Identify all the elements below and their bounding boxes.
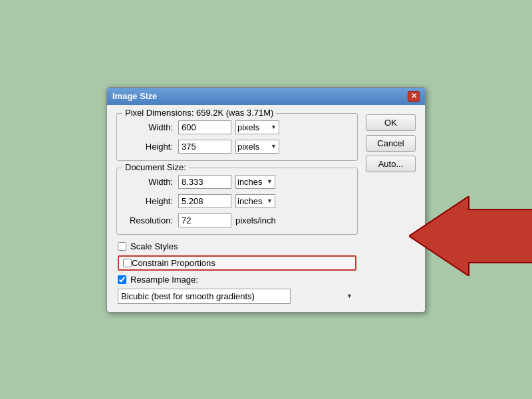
pixel-width-unit-wrapper: pixels percent [235,120,279,134]
doc-width-unit-select[interactable]: inches cm mm pixels [235,175,275,189]
title-bar: Image Size ✕ [107,88,425,105]
doc-height-row: Height: inches cm mm pixels [125,194,349,208]
resample-select-row: Bicubic (best for smooth gradients) Bili… [118,289,356,304]
svg-marker-0 [409,196,532,276]
auto-button[interactable]: Auto... [366,156,416,172]
pixel-height-input[interactable] [178,140,231,154]
dialog-body: Pixel Dimensions: 659.2K (was 3.71M) Wid… [107,105,425,312]
dialog-buttons: OK Cancel Auto... [366,113,416,304]
resolution-input[interactable] [178,213,231,227]
doc-width-unit-wrapper: inches cm mm pixels [235,175,275,189]
resample-select-wrapper: Bicubic (best for smooth gradients) Bili… [118,289,356,304]
resample-method-select[interactable]: Bicubic (best for smooth gradients) Bili… [118,289,291,304]
pixel-width-unit: pixels percent [235,120,279,134]
document-size-label: Document Size: [122,162,189,172]
image-size-dialog: Image Size ✕ Pixel Dimensions: 659.2K (w… [106,87,426,313]
doc-height-input[interactable] [178,194,231,208]
dialog-main: Pixel Dimensions: 659.2K (was 3.71M) Wid… [116,113,358,304]
red-arrow-overlay [409,196,532,276]
doc-width-row: Width: inches cm mm pixels [125,175,349,189]
cancel-button[interactable]: Cancel [366,135,416,152]
resample-image-checkbox[interactable] [118,275,126,284]
dialog-title: Image Size [112,91,157,101]
doc-width-unit: inches cm mm pixels [235,175,275,189]
pixel-height-label: Height: [125,142,178,152]
doc-height-unit-select[interactable]: inches cm mm pixels [235,194,275,208]
pixel-height-unit-wrapper: pixels percent [235,140,279,154]
constrain-proportions-label: Constrain Proportions [132,258,215,268]
close-button[interactable]: ✕ [408,91,420,102]
ok-button[interactable]: OK [366,114,416,131]
scale-styles-checkbox[interactable] [118,242,126,251]
bottom-section: Scale Styles Constrain Proportions Resam… [116,241,358,304]
doc-width-label: Width: [125,177,178,187]
pixel-height-unit: pixels percent [235,140,279,154]
constrain-proportions-checkbox[interactable] [123,259,132,267]
doc-height-unit-wrapper: inches cm mm pixels [235,194,275,208]
pixel-height-row: Height: pixels percent [125,140,349,154]
resolution-row: Resolution: pixels/inch [125,213,349,227]
scale-styles-row: Scale Styles [118,241,356,251]
pixel-height-unit-select[interactable]: pixels percent [235,140,279,154]
doc-height-label: Height: [125,196,178,206]
pixel-dimensions-label: Pixel Dimensions: 659.2K (was 3.71M) [122,108,276,118]
scale-styles-label: Scale Styles [130,241,178,251]
pixel-width-label: Width: [125,122,178,132]
resolution-label: Resolution: [125,215,178,225]
resample-image-row: Resample Image: [118,275,356,285]
resample-image-label: Resample Image: [130,275,198,285]
doc-width-input[interactable] [178,175,231,189]
pixel-width-unit-select[interactable]: pixels percent [235,120,279,134]
resolution-unit: pixels/inch [235,215,276,225]
constrain-proportions-row: Constrain Proportions [118,255,356,271]
pixel-width-input[interactable] [178,120,231,134]
document-size-group: Document Size: Width: inches cm mm pixel… [116,168,358,235]
pixel-width-row: Width: pixels percent [125,120,349,134]
pixel-dimensions-group: Pixel Dimensions: 659.2K (was 3.71M) Wid… [116,113,358,161]
doc-height-unit: inches cm mm pixels [235,194,275,208]
